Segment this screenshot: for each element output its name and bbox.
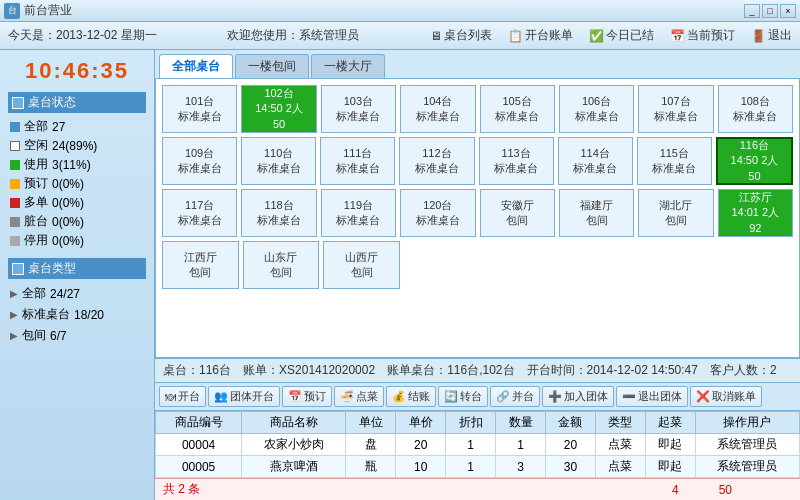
btn-leave-group[interactable]: ➖ 退出团体 xyxy=(616,386,688,407)
tab-all-tables[interactable]: 全部桌台 xyxy=(159,54,233,78)
nav-desk-list[interactable]: 🖥 桌台列表 xyxy=(430,27,492,44)
row2-name: 燕京啤酒 xyxy=(242,456,346,478)
status-empty[interactable]: 空闲 24(89%) xyxy=(8,136,146,155)
tab-bar: 全部桌台 一楼包间 一楼大厅 xyxy=(155,50,800,78)
table-104[interactable]: 104台标准桌台 xyxy=(400,85,475,133)
nav-logout[interactable]: 🚪 退出 xyxy=(751,27,792,44)
table-grid: 101台标准桌台 102台14:50 2人50 103台标准桌台 104台标准桌… xyxy=(155,78,800,358)
table-112[interactable]: 112台标准桌台 xyxy=(399,137,474,185)
btn-cancel-bill[interactable]: ❌ 取消账单 xyxy=(690,386,762,407)
status-reserved[interactable]: 预订 0(0%) xyxy=(8,174,146,193)
table-empty-5 xyxy=(718,241,793,289)
dot-dirty xyxy=(10,217,20,227)
row1-qty: 1 xyxy=(496,434,546,456)
table-101[interactable]: 101台标准桌台 xyxy=(162,85,237,133)
table-106[interactable]: 106台标准桌台 xyxy=(559,85,634,133)
type-room[interactable]: ▶ 包间 6/7 xyxy=(8,325,146,346)
table-103[interactable]: 103台标准桌台 xyxy=(321,85,396,133)
status-all[interactable]: 全部 27 xyxy=(8,117,146,136)
table-107[interactable]: 107台标准桌台 xyxy=(638,85,713,133)
table-fujian[interactable]: 福建厅包间 xyxy=(559,189,634,237)
col-price: 单价 xyxy=(396,412,446,434)
table-109[interactable]: 109台标准桌台 xyxy=(162,137,237,185)
btn-group-open[interactable]: 👥 团体开台 xyxy=(208,386,280,407)
maximize-button[interactable]: □ xyxy=(762,4,778,18)
table-111[interactable]: 111台标准桌台 xyxy=(320,137,395,185)
table-120[interactable]: 120台标准桌台 xyxy=(400,189,475,237)
summary-total1: 4 xyxy=(672,483,679,497)
table-jiangsu[interactable]: 江苏厅14:01 2人92 xyxy=(718,189,793,237)
table-117[interactable]: 117台标准桌台 xyxy=(162,189,237,237)
top-nav: 今天是：2013-12-02 星期一 欢迎您使用：系统管理员 🖥 桌台列表 📋 … xyxy=(0,22,800,50)
dot-multi xyxy=(10,198,20,208)
nav-open-account[interactable]: 📋 开台账单 xyxy=(508,27,573,44)
info-account-desk: 账单桌台：116台,102台 xyxy=(387,362,514,379)
table-hubei[interactable]: 湖北厅包间 xyxy=(638,189,713,237)
table-empty-4 xyxy=(640,241,715,289)
title-bar: 台 前台营业 _ □ × xyxy=(0,0,800,22)
window-controls: _ □ × xyxy=(744,4,796,18)
status-dirty[interactable]: 脏台 0(0%) xyxy=(8,212,146,231)
btn-open[interactable]: 🍽 开台 xyxy=(159,386,206,407)
col-user: 操作用户 xyxy=(695,412,799,434)
table-114[interactable]: 114台标准桌台 xyxy=(558,137,633,185)
table-shandong[interactable]: 山东厅包间 xyxy=(243,241,320,289)
nav-today-settled[interactable]: ✅ 今日已结 xyxy=(589,27,654,44)
table-102[interactable]: 102台14:50 2人50 xyxy=(241,85,316,133)
btn-merge[interactable]: 🔗 并台 xyxy=(490,386,540,407)
dot-using xyxy=(10,160,20,170)
status-disabled[interactable]: 停用 0(0%) xyxy=(8,231,146,250)
table-jiangxi[interactable]: 江西厅包间 xyxy=(162,241,239,289)
table-110[interactable]: 110台标准桌台 xyxy=(241,137,316,185)
table-105[interactable]: 105台标准桌台 xyxy=(480,85,555,133)
table-108[interactable]: 108台标准桌台 xyxy=(718,85,793,133)
minimize-button[interactable]: _ xyxy=(744,4,760,18)
type-standard[interactable]: ▶ 标准桌台 18/20 xyxy=(8,304,146,325)
close-button[interactable]: × xyxy=(780,4,796,18)
status-icon xyxy=(12,97,24,109)
row1-start: 即起 xyxy=(645,434,695,456)
table-118[interactable]: 118台标准桌台 xyxy=(241,189,316,237)
summary-total2: 50 xyxy=(719,483,732,497)
tab-floor1-rooms[interactable]: 一楼包间 xyxy=(235,54,309,78)
dot-empty xyxy=(10,141,20,151)
status-multi[interactable]: 多单 0(0%) xyxy=(8,193,146,212)
tab-floor1-hall[interactable]: 一楼大厅 xyxy=(311,54,385,78)
type-all[interactable]: ▶ 全部 24/27 xyxy=(8,283,146,304)
col-amount: 金额 xyxy=(545,412,595,434)
status-using[interactable]: 使用 3(11%) xyxy=(8,155,146,174)
table-anhui[interactable]: 安徽厅包间 xyxy=(480,189,555,237)
bottom-panel: 桌台：116台 账单：XS201412020002 账单桌台：116台,102台… xyxy=(155,358,800,500)
table-shanxi[interactable]: 山西厅包间 xyxy=(323,241,400,289)
info-bar: 桌台：116台 账单：XS201412020002 账单桌台：116台,102台… xyxy=(155,359,800,383)
table-119[interactable]: 119台标准桌台 xyxy=(321,189,396,237)
btn-checkout[interactable]: 💰 结账 xyxy=(386,386,436,407)
btn-order[interactable]: 🍜 点菜 xyxy=(334,386,384,407)
row2-code: 00005 xyxy=(156,456,242,478)
btn-join-group[interactable]: ➕ 加入团体 xyxy=(542,386,614,407)
table-row: 00004 农家小炒肉 盘 20 1 1 20 点菜 即起 系统管理员 xyxy=(156,434,800,456)
btn-transfer[interactable]: 🔄 转台 xyxy=(438,386,488,407)
row1-unit: 盘 xyxy=(346,434,396,456)
row2-unit: 瓶 xyxy=(346,456,396,478)
row2-price: 10 xyxy=(396,456,446,478)
status-list: 全部 27 空闲 24(89%) 使用 3(11%) 预订 0(0%) 多单 xyxy=(8,117,146,250)
table-115[interactable]: 115台标准桌台 xyxy=(637,137,712,185)
clock-display: 10:46:35 xyxy=(8,58,146,84)
col-name: 商品名称 xyxy=(242,412,346,434)
col-start: 起菜 xyxy=(645,412,695,434)
grid-row-2: 109台标准桌台 110台标准桌台 111台标准桌台 112台标准桌台 113台… xyxy=(162,137,793,185)
row1-user: 系统管理员 xyxy=(695,434,799,456)
dot-reserved xyxy=(10,179,20,189)
row1-price: 20 xyxy=(396,434,446,456)
col-code: 商品编号 xyxy=(156,412,242,434)
action-bar: 🍽 开台 👥 团体开台 📅 预订 🍜 点菜 💰 结账 🔄 转台 🔗 并台 ➕ 加… xyxy=(155,383,800,411)
dot-disabled xyxy=(10,236,20,246)
nav-reservation[interactable]: 📅 当前预订 xyxy=(670,27,735,44)
main-content: 10:46:35 桌台状态 全部 27 空闲 24(89%) 使用 3(11%) xyxy=(0,50,800,500)
table-113[interactable]: 113台标准桌台 xyxy=(479,137,554,185)
row1-discount: 1 xyxy=(446,434,496,456)
row1-amount: 20 xyxy=(545,434,595,456)
table-116[interactable]: 116台14:50 2人50 xyxy=(716,137,793,185)
btn-reserve[interactable]: 📅 预订 xyxy=(282,386,332,407)
